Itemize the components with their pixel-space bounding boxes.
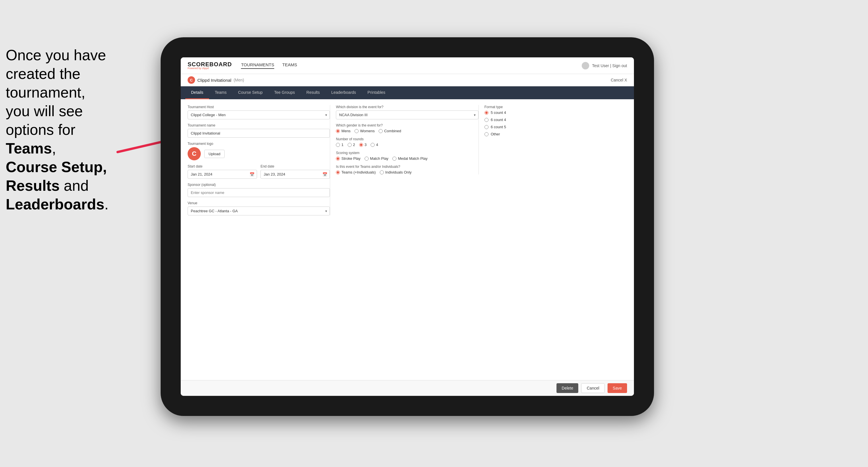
cancel-button[interactable]: Cancel (581, 383, 605, 393)
teams-plus-individuals[interactable]: Teams (+Individuals) (336, 170, 376, 175)
gender-radio-group: Mens Womens Combined (336, 129, 478, 133)
format-6count4[interactable]: 6 count 4 (485, 118, 627, 122)
logo-sub: Powered by clippd (188, 67, 232, 70)
division-label: Which division is the event for? (336, 105, 478, 109)
format-type-label: Format type (485, 105, 627, 109)
individuals-only[interactable]: Individuals Only (380, 170, 412, 175)
tournament-logo-group: Tournament logo C Upload (188, 142, 330, 160)
tab-results[interactable]: Results (301, 86, 326, 99)
logo-upload-area: C Upload (188, 147, 330, 160)
nav-links: TOURNAMENTS TEAMS (241, 62, 297, 69)
cancel-top-button[interactable]: Cancel X (611, 78, 627, 82)
scoring-label: Scoring system (336, 151, 478, 155)
breadcrumb: C Clippd Invitational (Men) (188, 76, 244, 84)
end-date-group: End date 📅 (260, 164, 330, 179)
gender-combined[interactable]: Combined (379, 129, 401, 133)
scoring-stroke[interactable]: Stroke Play (336, 156, 360, 161)
scoring-match[interactable]: Match Play (365, 156, 389, 161)
nav-left: SCOREBOARD Powered by clippd TOURNAMENTS… (188, 61, 297, 70)
save-button[interactable]: Save (608, 383, 627, 393)
end-date-icon: 📅 (322, 172, 327, 177)
app-container: SCOREBOARD Powered by clippd TOURNAMENTS… (181, 57, 634, 396)
user-sign-out[interactable]: Test User | Sign out (592, 63, 627, 68)
nav-link-tournaments[interactable]: TOURNAMENTS (241, 62, 274, 69)
sponsor-group: Sponsor (optional) (188, 183, 330, 197)
tournament-name-group: Tournament name (188, 123, 330, 138)
format-6count5[interactable]: 6 count 5 (485, 125, 627, 129)
gender-womens[interactable]: Womens (354, 129, 375, 133)
start-date-label: Start date (188, 164, 257, 168)
tournament-logo-label: Tournament logo (188, 142, 330, 146)
tournament-name-input[interactable] (188, 129, 330, 138)
tab-details[interactable]: Details (185, 86, 209, 99)
tab-printables[interactable]: Printables (362, 86, 391, 99)
breadcrumb-icon: C (188, 76, 195, 84)
form-col-1: Tournament Host Clippd College - Men Tou… (188, 105, 330, 215)
breadcrumb-name: Clippd Invitational (197, 78, 231, 83)
top-nav: SCOREBOARD Powered by clippd TOURNAMENTS… (181, 57, 634, 74)
nav-right: Test User | Sign out (582, 62, 627, 69)
tournament-host-select[interactable]: Clippd College - Men (188, 111, 330, 119)
logo-area: SCOREBOARD Powered by clippd (188, 61, 232, 70)
division-group: Which division is the event for? NCAA Di… (336, 105, 478, 119)
tournament-name-label: Tournament name (188, 123, 330, 127)
bottom-bar: Delete Cancel Save (181, 380, 634, 396)
rounds-2[interactable]: 2 (348, 143, 355, 147)
tab-teams[interactable]: Teams (209, 86, 232, 99)
end-date-label: End date (260, 164, 330, 168)
logo-main: SCOREBOARD (188, 61, 232, 67)
rounds-group: Number of rounds 1 2 (336, 137, 478, 147)
sponsor-input[interactable] (188, 188, 330, 197)
nav-link-teams[interactable]: TEAMS (282, 62, 297, 69)
tablet-device: SCOREBOARD Powered by clippd TOURNAMENTS… (161, 37, 654, 416)
tab-tee-groups[interactable]: Tee Groups (269, 86, 301, 99)
form-col-3: Format type 5 count 4 6 count 4 (485, 105, 627, 136)
instruction-text: Once you have created the tournament, yo… (6, 46, 126, 214)
rounds-radio-group: 1 2 3 (336, 143, 478, 147)
breadcrumb-sub: (Men) (234, 78, 244, 82)
format-type-list: 5 count 4 6 count 4 6 count 5 (485, 111, 627, 136)
teams-label: Is this event for Teams and/or Individua… (336, 165, 478, 169)
scoring-radio-group: Stroke Play Match Play Medal Match Play (336, 156, 478, 161)
upload-button[interactable]: Upload (204, 150, 225, 158)
tablet-screen: SCOREBOARD Powered by clippd TOURNAMENTS… (181, 57, 634, 396)
venue-label: Venue (188, 201, 330, 205)
venue-group: Venue Peachtree GC - Atlanta - GA (188, 201, 330, 215)
rounds-label: Number of rounds (336, 137, 478, 141)
division-select[interactable]: NCAA Division III (336, 111, 478, 119)
user-avatar (582, 62, 589, 69)
logo-preview: C (188, 147, 201, 160)
start-date-input[interactable] (188, 170, 257, 179)
form-columns: Tournament Host Clippd College - Men Tou… (188, 105, 627, 215)
scoring-medal[interactable]: Medal Match Play (393, 156, 427, 161)
delete-button[interactable]: Delete (557, 383, 578, 393)
gender-group: Which gender is the event for? Mens Wome… (336, 123, 478, 133)
format-other[interactable]: Other (485, 132, 627, 136)
sub-header: C Clippd Invitational (Men) Cancel X (181, 74, 634, 86)
format-type-group: Format type 5 count 4 6 count 4 (485, 105, 627, 136)
sponsor-label: Sponsor (optional) (188, 183, 330, 187)
end-date-input[interactable] (260, 170, 330, 179)
start-date-icon: 📅 (250, 172, 254, 177)
tournament-host-group: Tournament Host Clippd College - Men (188, 105, 330, 119)
rounds-1[interactable]: 1 (336, 143, 343, 147)
tournament-host-label: Tournament Host (188, 105, 330, 109)
teams-group: Is this event for Teams and/or Individua… (336, 165, 478, 175)
rounds-3[interactable]: 3 (359, 143, 367, 147)
gender-mens[interactable]: Mens (336, 129, 350, 133)
teams-radio-group: Teams (+Individuals) Individuals Only (336, 170, 478, 175)
start-date-group: Start date 📅 (188, 164, 257, 179)
tab-bar: Details Teams Course Setup Tee Groups Re… (181, 86, 634, 99)
venue-select[interactable]: Peachtree GC - Atlanta - GA (188, 207, 330, 215)
tab-course-setup[interactable]: Course Setup (232, 86, 269, 99)
scoring-group: Scoring system Stroke Play Match Play (336, 151, 478, 161)
form-col-2: Which division is the event for? NCAA Di… (336, 105, 478, 175)
gender-label: Which gender is the event for? (336, 123, 478, 127)
tab-leaderboards[interactable]: Leaderboards (326, 86, 362, 99)
rounds-4[interactable]: 4 (371, 143, 378, 147)
main-content: Tournament Host Clippd College - Men Tou… (181, 99, 634, 380)
format-5count4[interactable]: 5 count 4 (485, 111, 627, 115)
